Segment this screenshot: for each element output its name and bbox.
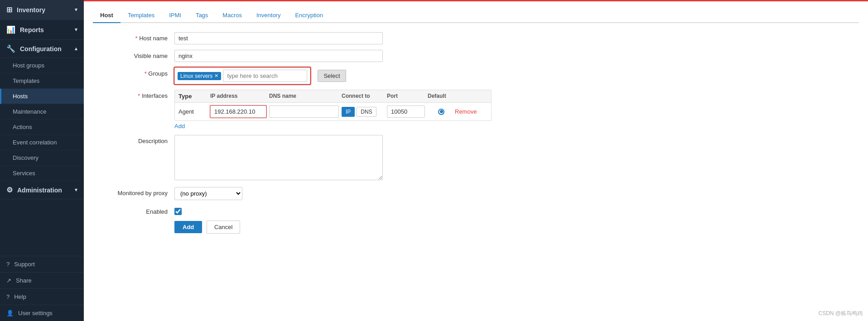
main-content: Host Templates IPMI Tags Macros Inventor… [84,0,868,321]
chevron-down-icon-admin: ▾ [75,187,77,193]
group-tag-linux-servers: Linux servers ✕ [178,72,221,80]
sidebar-administration-header[interactable]: ⚙ Administration ▾ [0,181,84,199]
col-header-actions [455,93,487,100]
interface-ip-input[interactable] [210,105,266,118]
sidebar-item-user-settings[interactable]: 👤 User settings [0,305,84,321]
sidebar-maintenance-label: Maintenance [13,108,46,115]
sidebar: ⊞ Inventory ▾ 📊 Reports ▾ 🔧 Configuratio… [0,0,84,321]
enabled-checkbox-container [174,206,492,215]
remove-tag-btn[interactable]: ✕ [214,73,218,79]
sidebar-item-host-groups[interactable]: Host groups [0,58,84,73]
tabs-container: Host Templates IPMI Tags Macros Inventor… [93,8,859,23]
groups-input-container[interactable]: Linux servers ✕ [174,67,310,84]
groups-row: Groups Linux servers ✕ Select [93,67,859,84]
col-header-ip: IP address [210,93,269,100]
share-icon: ↗ [6,277,11,284]
connect-ip-btn[interactable]: IP [342,107,355,117]
sidebar-item-maintenance[interactable]: Maintenance [0,104,84,120]
sidebar-hosts-label: Hosts [13,93,28,100]
proxy-select[interactable]: (no proxy) [174,187,242,200]
sidebar-configuration-header[interactable]: 🔧 Configuration ▴ [0,40,84,58]
description-label: Description [93,135,174,144]
groups-search-input[interactable] [223,70,307,82]
host-name-label: Host name [93,32,174,42]
sidebar-support-label: Support [14,261,35,268]
visible-name-input[interactable] [174,50,383,62]
interface-connect-cell: IP DNS [342,107,387,117]
sidebar-item-templates[interactable]: Templates [0,73,84,89]
help-icon: ? [6,293,10,300]
sidebar-item-help[interactable]: ? Help [0,288,84,305]
enabled-label: Enabled [93,206,174,215]
tab-ipmi[interactable]: IPMI [162,8,188,23]
tab-macros[interactable]: Macros [215,8,249,23]
host-name-input[interactable] [174,32,383,44]
host-name-control [174,32,492,44]
sidebar-event-correlation-label: Event correlation [13,139,57,146]
buttons-control: Add Cancel [174,220,492,234]
description-control [174,135,492,182]
interface-port-cell [387,105,428,118]
visible-name-row: Visible name [93,50,859,62]
tab-tags[interactable]: Tags [188,8,215,23]
content-area: Host Templates IPMI Tags Macros Inventor… [84,1,868,321]
tab-host[interactable]: Host [93,8,121,23]
interfaces-add-link[interactable]: Add [174,123,185,129]
interface-row-agent: Agent IP DNS [175,103,491,120]
interfaces-label: Interfaces [93,90,174,99]
sidebar-item-event-correlation[interactable]: Event correlation [0,135,84,150]
interface-dns-cell [269,105,342,118]
description-row: Description [93,135,859,182]
visible-name-label: Visible name [93,50,174,59]
sidebar-user-settings-label: User settings [18,310,53,316]
interface-remove-link[interactable]: Remove [455,108,477,115]
description-textarea[interactable] [174,135,383,180]
sidebar-item-support[interactable]: ? Support [0,256,84,272]
sidebar-discovery-label: Discovery [13,154,39,161]
add-button[interactable]: Add [174,221,202,233]
tab-templates[interactable]: Templates [121,8,162,23]
interfaces-table: Type IP address DNS name Connect to Port… [174,90,492,121]
tab-encryption[interactable]: Encryption [288,8,330,23]
tab-inventory[interactable]: Inventory [249,8,288,23]
interface-dns-input[interactable] [269,105,339,118]
groups-label: Groups [93,67,174,77]
interfaces-control: Type IP address DNS name Connect to Port… [174,90,492,129]
interfaces-row: Interfaces Type IP address DNS name Conn… [93,90,859,129]
sidebar-item-hosts[interactable]: Hosts [0,89,84,104]
enabled-control [174,206,492,215]
support-icon: ? [6,261,10,268]
sidebar-item-share[interactable]: ↗ Share [0,272,84,288]
col-header-connect: Connect to [342,93,387,100]
interface-actions-cell: Remove [455,108,487,115]
connect-dns-btn[interactable]: DNS [357,107,376,117]
col-header-dns: DNS name [269,93,342,100]
host-name-row: Host name [93,32,859,44]
reports-icon: 📊 [6,25,15,34]
sidebar-host-groups-label: Host groups [13,62,44,69]
interface-default-radio[interactable] [438,109,444,115]
chevron-up-icon: ▴ [75,46,77,52]
sidebar-item-actions[interactable]: Actions [0,120,84,135]
sidebar-share-label: Share [16,277,32,284]
select-button[interactable]: Select [318,70,346,82]
interface-type-agent: Agent [178,108,210,115]
sidebar-item-discovery[interactable]: Discovery [0,150,84,166]
sidebar-templates-label: Templates [13,77,39,84]
sidebar-reports-label: Reports [20,26,44,34]
user-settings-icon: 👤 [6,310,14,316]
sidebar-inventory-label: Inventory [17,6,45,14]
sidebar-item-services[interactable]: Services [0,166,84,181]
sidebar-item-reports[interactable]: 📊 Reports ▾ [0,20,84,40]
enabled-checkbox[interactable] [174,208,182,215]
proxy-label: Monitored by proxy [93,187,174,196]
interface-default-cell [428,109,455,115]
proxy-control: (no proxy) [174,187,492,200]
interface-port-input[interactable] [387,105,425,118]
buttons-spacer [93,220,174,223]
cancel-button[interactable]: Cancel [207,220,240,234]
col-header-port: Port [387,93,428,100]
buttons-row: Add Cancel [93,220,859,234]
sidebar-item-inventory[interactable]: ⊞ Inventory ▾ [0,0,84,20]
watermark: CSDN @栋鸟鸣鸡 [818,310,863,317]
